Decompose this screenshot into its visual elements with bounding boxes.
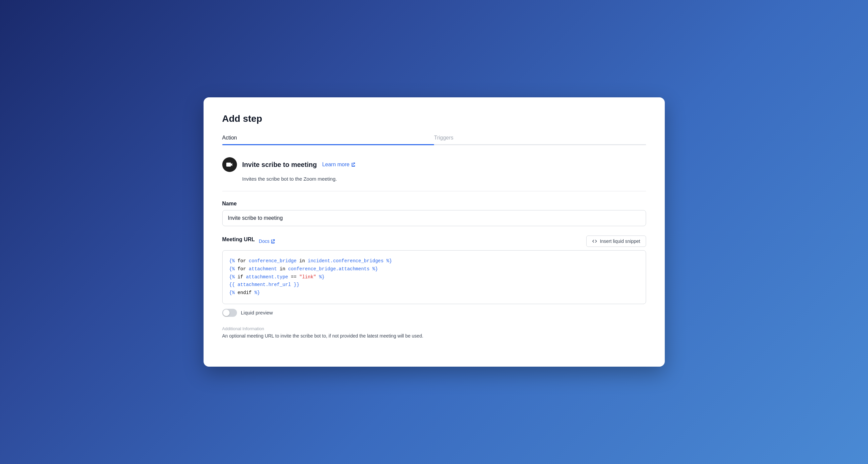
learn-more-link[interactable]: Learn more (322, 162, 355, 168)
code-token: {{ (229, 282, 235, 287)
liquid-preview-toggle[interactable] (222, 309, 237, 317)
meeting-url-label: Meeting URL (222, 236, 255, 242)
additional-info-text: An optional meeting URL to invite the sc… (222, 333, 646, 339)
code-text: if (235, 274, 246, 280)
code-line-5: {% endif %} (229, 289, 639, 297)
liquid-preview-label: Liquid preview (241, 310, 273, 316)
code-line-1: {% for conference_bridge in incident.con… (229, 257, 639, 265)
name-input[interactable] (222, 210, 646, 226)
code-text: for (235, 266, 249, 272)
docs-external-link-icon (271, 239, 275, 243)
tab-action-underline (222, 144, 434, 145)
meeting-url-label-left: Meeting URL Docs (222, 236, 275, 246)
tab-triggers-underline (434, 144, 646, 145)
code-token: {% (229, 290, 235, 295)
zoom-icon (222, 157, 237, 172)
code-text (370, 266, 372, 272)
code-token: attachment.type (246, 274, 288, 280)
additional-info-section: Additional Information An optional meeti… (222, 326, 646, 339)
tab-triggers[interactable]: Triggers (434, 135, 646, 145)
code-token: {% (229, 266, 235, 272)
zoom-video-icon (226, 161, 234, 169)
docs-link[interactable]: Docs (259, 238, 275, 244)
code-line-3: {% if attachment.type == "link" %} (229, 273, 639, 281)
code-text (384, 258, 386, 264)
code-text: endif (235, 290, 254, 295)
code-text: in (297, 258, 308, 264)
code-icon (592, 238, 597, 244)
name-field-section: Name (222, 201, 646, 226)
code-token: %} (386, 258, 392, 264)
code-line-4: {{ attachment.href_url }} (229, 281, 639, 289)
tab-action-label: Action (222, 135, 434, 144)
action-header: Invite scribe to meeting Learn more (222, 157, 646, 172)
insert-liquid-snippet-button[interactable]: Insert liquid snippet (586, 235, 646, 247)
meeting-url-field-section: Meeting URL Docs Insert liquid snippet {… (222, 235, 646, 317)
code-token: %} (372, 266, 378, 272)
code-token: {% (229, 274, 235, 280)
modal-title: Add step (222, 113, 646, 124)
additional-info-section-label: Additional Information (222, 326, 646, 331)
code-token: attachment (249, 266, 277, 272)
tabs-container: Action Triggers (222, 135, 646, 145)
code-text: == (288, 274, 300, 280)
tab-triggers-label: Triggers (434, 135, 646, 144)
meeting-url-label-row: Meeting URL Docs Insert liquid snippet (222, 235, 646, 247)
code-token: incident.conference_bridges (308, 258, 384, 264)
code-text: in (277, 266, 288, 272)
liquid-preview-row: Liquid preview (222, 309, 646, 317)
code-line-2: {% for attachment in conference_bridge.a… (229, 265, 639, 273)
code-text (291, 282, 293, 287)
toggle-knob (223, 310, 229, 316)
name-field-label: Name (222, 201, 646, 207)
code-token: conference_bridge.attachments (288, 266, 370, 272)
section-divider (222, 191, 646, 191)
tab-action[interactable]: Action (222, 135, 434, 145)
code-token: %} (319, 274, 324, 280)
learn-more-label: Learn more (322, 162, 350, 168)
code-token: {% (229, 258, 235, 264)
code-token: conference_bridge (249, 258, 297, 264)
code-token: "link" (300, 274, 316, 280)
code-token: %} (254, 290, 260, 295)
insert-snippet-label: Insert liquid snippet (600, 238, 641, 244)
docs-label: Docs (259, 238, 269, 244)
code-text (235, 282, 237, 287)
add-step-modal: Add step Action Triggers Invite scribe t… (204, 97, 665, 367)
code-token: }} (294, 282, 300, 287)
code-token: attachment.href_url (238, 282, 291, 287)
action-title: Invite scribe to meeting (242, 161, 317, 169)
code-text: for (235, 258, 249, 264)
action-description: Invites the scribe bot to the Zoom meeti… (242, 176, 646, 182)
external-link-icon (351, 162, 355, 167)
code-editor[interactable]: {% for conference_bridge in incident.con… (222, 250, 646, 304)
